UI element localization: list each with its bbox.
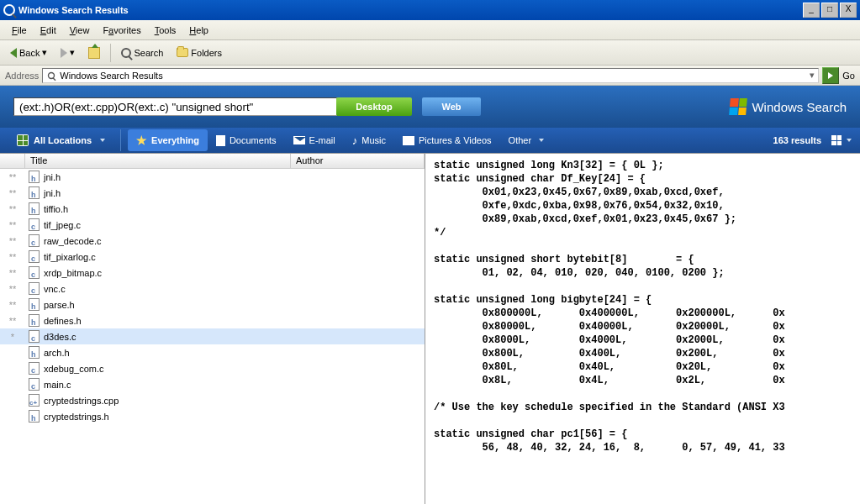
file-icon bbox=[29, 362, 40, 375]
file-name: jni.h bbox=[44, 172, 61, 182]
file-icon bbox=[29, 218, 40, 231]
list-item[interactable]: *d3des.c bbox=[0, 328, 425, 344]
locations-label: All Locations bbox=[34, 135, 92, 145]
locations-icon bbox=[17, 134, 29, 146]
mail-icon bbox=[293, 136, 305, 144]
list-item[interactable]: **tiffio.h bbox=[0, 201, 425, 217]
back-icon bbox=[10, 48, 17, 58]
menu-favorites[interactable]: Favorites bbox=[96, 23, 147, 38]
tab-documents[interactable]: Documents bbox=[208, 131, 285, 150]
pictures-icon bbox=[403, 136, 414, 145]
file-name: defines.h bbox=[44, 316, 82, 326]
address-field[interactable]: Windows Search Results ▾ bbox=[42, 68, 819, 83]
file-icon bbox=[29, 186, 40, 199]
relevance-stars: * bbox=[0, 332, 25, 342]
address-dropdown-icon[interactable]: ▾ bbox=[810, 70, 815, 81]
list-item[interactable]: arch.h bbox=[0, 344, 425, 360]
web-search-button[interactable]: Web bbox=[422, 97, 481, 116]
menu-file[interactable]: File bbox=[5, 23, 34, 38]
address-icon bbox=[48, 71, 55, 78]
back-label: Back bbox=[19, 48, 40, 58]
locations-dropdown[interactable]: All Locations bbox=[8, 131, 113, 150]
tab-everything[interactable]: ★Everything bbox=[128, 129, 208, 151]
file-icon bbox=[29, 234, 40, 247]
file-name: cryptedstrings.cpp bbox=[44, 396, 119, 406]
go-label: Go bbox=[842, 71, 855, 81]
file-name: d3des.c bbox=[44, 332, 77, 342]
file-icon bbox=[29, 171, 40, 183]
file-cell: d3des.c bbox=[25, 330, 291, 343]
list-item[interactable]: **tif_jpeg.c bbox=[0, 217, 425, 233]
list-item[interactable]: **vnc.c bbox=[0, 281, 425, 297]
tab-email[interactable]: E-mail bbox=[285, 131, 344, 150]
search-input[interactable] bbox=[13, 97, 337, 116]
preview-pane: static unsigned long Kn3[32] = { 0L }; s… bbox=[425, 154, 860, 504]
tab-music-label: Music bbox=[361, 135, 386, 145]
windows-flag-icon bbox=[730, 98, 748, 115]
col-author[interactable]: Author bbox=[291, 154, 425, 168]
file-name: vnc.c bbox=[44, 284, 66, 294]
relevance-stars: ** bbox=[0, 188, 25, 198]
list-item[interactable]: **jni.h bbox=[0, 185, 425, 201]
tab-email-label: E-mail bbox=[309, 135, 335, 145]
up-button[interactable] bbox=[83, 45, 105, 61]
relevance-stars: ** bbox=[0, 268, 25, 278]
file-icon bbox=[29, 202, 40, 215]
up-icon bbox=[88, 47, 100, 59]
menu-tools[interactable]: Tools bbox=[148, 23, 183, 38]
relevance-stars: ** bbox=[0, 204, 25, 214]
folders-icon bbox=[177, 48, 188, 57]
relevance-stars: ** bbox=[0, 172, 25, 182]
file-icon bbox=[29, 378, 40, 391]
list-body[interactable]: **jni.h**jni.h**tiffio.h**tif_jpeg.c**ra… bbox=[0, 169, 425, 504]
file-name: main.c bbox=[44, 380, 71, 390]
brand: Windows Search bbox=[730, 98, 847, 115]
col-title[interactable]: Title bbox=[25, 154, 291, 168]
relevance-stars: ** bbox=[0, 252, 25, 262]
main-area: Title Author **jni.h**jni.h**tiffio.h**t… bbox=[0, 153, 860, 504]
tab-pictures[interactable]: Pictures & Videos bbox=[394, 131, 500, 150]
menu-edit[interactable]: Edit bbox=[34, 23, 63, 38]
back-button[interactable]: Back ▾ bbox=[5, 45, 52, 60]
folders-button[interactable]: Folders bbox=[171, 45, 227, 60]
search-button[interactable]: Search bbox=[116, 45, 168, 60]
file-cell: defines.h bbox=[25, 314, 291, 327]
minimize-button[interactable]: _ bbox=[803, 3, 820, 18]
app-icon bbox=[3, 4, 15, 16]
search-band: Desktop Web Windows Search bbox=[0, 86, 860, 128]
col-relevance[interactable] bbox=[0, 154, 25, 168]
search-label: Search bbox=[134, 48, 163, 58]
filter-separator bbox=[120, 129, 121, 151]
desktop-search-button[interactable]: Desktop bbox=[336, 97, 412, 116]
toolbar-separator bbox=[110, 44, 111, 62]
file-cell: jni.h bbox=[25, 171, 291, 183]
list-item[interactable]: **defines.h bbox=[0, 312, 425, 328]
list-item[interactable]: **jni.h bbox=[0, 169, 425, 185]
menu-view[interactable]: View bbox=[63, 23, 97, 38]
maximize-button[interactable]: □ bbox=[821, 3, 838, 18]
file-cell: xrdp_bitmap.c bbox=[25, 266, 291, 279]
list-item[interactable]: **parse.h bbox=[0, 297, 425, 312]
view-options-button[interactable] bbox=[831, 135, 852, 145]
list-item[interactable]: **xrdp_bitmap.c bbox=[0, 265, 425, 281]
file-cell: main.c bbox=[25, 378, 291, 391]
tab-pictures-label: Pictures & Videos bbox=[419, 135, 492, 145]
list-item[interactable]: main.c bbox=[0, 376, 425, 392]
list-item[interactable]: **tif_pixarlog.c bbox=[0, 249, 425, 265]
list-item[interactable]: **raw_decode.c bbox=[0, 233, 425, 249]
code-preview[interactable]: static unsigned long Kn3[32] = { 0L }; s… bbox=[425, 154, 860, 504]
file-icon bbox=[29, 330, 40, 343]
search-icon bbox=[121, 48, 131, 58]
file-cell: tif_pixarlog.c bbox=[25, 250, 291, 263]
list-item[interactable]: cryptedstrings.cpp bbox=[0, 392, 425, 408]
list-item[interactable]: cryptedstrings.h bbox=[0, 408, 425, 424]
go-button[interactable] bbox=[822, 67, 839, 84]
forward-button[interactable]: ▾ bbox=[55, 45, 80, 60]
tab-music[interactable]: ♪Music bbox=[344, 130, 394, 151]
menu-help[interactable]: Help bbox=[182, 23, 215, 38]
list-item[interactable]: xdebug_com.c bbox=[0, 360, 425, 376]
tab-other[interactable]: Other bbox=[500, 131, 553, 150]
file-name: tif_pixarlog.c bbox=[44, 252, 96, 262]
file-cell: arch.h bbox=[25, 346, 291, 359]
close-button[interactable]: X bbox=[840, 3, 857, 18]
